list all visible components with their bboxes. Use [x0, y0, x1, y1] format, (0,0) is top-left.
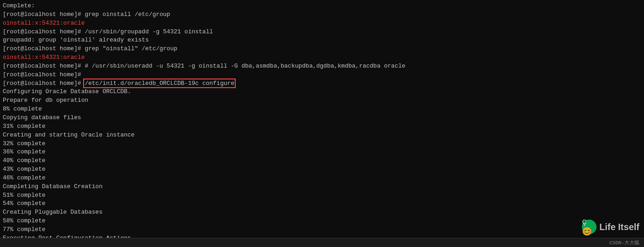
terminal-line: 77% complete — [3, 226, 641, 234]
statusbar-text: CSDN-大大狐 — [609, 239, 639, 246]
terminal-line: oinstall:x:54321:oracle — [3, 19, 641, 28]
watermark-label: Life Itself — [599, 222, 639, 232]
terminal-line: 43% complete — [3, 165, 641, 174]
terminal-line: Executing Post Configuration Actions — [3, 234, 641, 238]
terminal-line: [root@localhost home]# /usr/sbin/groupad… — [3, 28, 641, 37]
terminal-line: Copying database files — [3, 114, 641, 122]
terminal: Complete:[root@localhost home]# grep oin… — [0, 0, 644, 238]
terminal-line: [root@localhost home]# # /usr/sbin/usera… — [3, 62, 641, 71]
terminal-line: Creating Pluggable Databases — [3, 208, 641, 217]
terminal-line: [root@localhost home]# grep oinstall /et… — [3, 11, 641, 19]
terminal-line: 31% complete — [3, 122, 641, 131]
terminal-line: [root@localhost home]# grep "oinstall" /… — [3, 45, 641, 53]
terminal-line: 51% complete — [3, 191, 641, 200]
terminal-line: 54% complete — [3, 200, 641, 208]
terminal-line: Prepare for db operation — [3, 96, 641, 105]
terminal-line: Configuring Oracle Database ORCLCDB. — [3, 88, 641, 96]
terminal-line: 32% complete — [3, 140, 641, 148]
terminal-line: [root@localhost home]# /etc/init.d/oracl… — [3, 79, 641, 88]
watermark: ç😊 Life Itself — [582, 220, 639, 234]
terminal-line: Creating and starting Oracle instance — [3, 131, 641, 140]
terminal-line: 46% complete — [3, 174, 641, 183]
terminal-line: Complete: — [3, 2, 641, 11]
terminal-line: 58% complete — [3, 217, 641, 226]
terminal-line: 40% complete — [3, 157, 641, 165]
terminal-line: Completing Database Creation — [3, 183, 641, 191]
terminal-line: 36% complete — [3, 148, 641, 157]
highlighted-command: /etc/init.d/oracledb_ORCLCDB-19c configu… — [84, 80, 234, 87]
wechat-icon: ç😊 — [582, 220, 596, 234]
terminal-line: 8% complete — [3, 105, 641, 114]
terminal-line: oinstall:x:54321:oracle — [3, 53, 641, 62]
terminal-line: [root@localhost home]# — [3, 71, 641, 79]
status-bar: CSDN-大大狐 — [0, 238, 644, 247]
terminal-line: groupadd: group 'oinstall' already exist… — [3, 36, 641, 45]
